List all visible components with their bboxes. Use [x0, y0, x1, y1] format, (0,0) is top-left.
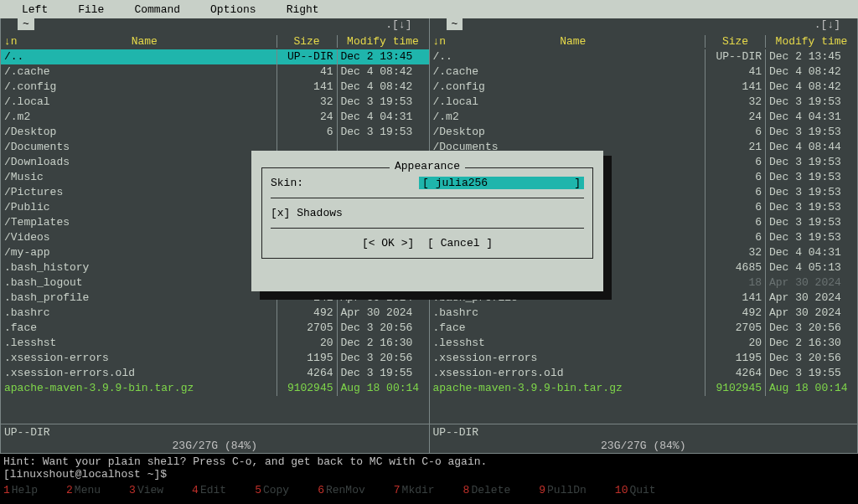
fkey-label: Quit [628, 484, 655, 496]
file-name: .xsession-errors [430, 351, 706, 366]
file-row[interactable]: .face2705Dec 3 20:56 [430, 321, 858, 336]
file-row[interactable]: apache-maven-3.9.9-bin.tar.gz9102945Aug … [1, 381, 429, 396]
file-mtime: Apr 30 2024 [337, 306, 429, 321]
menu-right[interactable]: Right [271, 2, 334, 18]
column-header-left: ↓n Name Size Modify time [1, 33, 429, 49]
col-sort-n[interactable]: ↓n [1, 35, 13, 48]
file-name: .bashrc [1, 306, 277, 321]
file-row[interactable]: .face2705Dec 3 20:56 [1, 321, 429, 336]
panel-left-path[interactable]: ~ [18, 18, 34, 30]
file-row[interactable]: /.m224Dec 4 04:31 [1, 110, 429, 125]
file-size: 4264 [705, 366, 765, 381]
file-row[interactable]: /.local32Dec 3 19:53 [430, 95, 858, 110]
file-size: 9102945 [705, 381, 765, 396]
file-name: /Templates [1, 215, 277, 230]
file-row[interactable]: /.cache41Dec 4 08:42 [430, 64, 858, 80]
file-name: /Desktop [430, 125, 706, 140]
file-row[interactable]: .xsession-errors.old4264Dec 3 19:55 [1, 366, 429, 381]
col-name[interactable]: Name [13, 35, 277, 48]
shell-prompt[interactable]: [linuxshout@localhost ~]$ [3, 468, 167, 481]
file-row[interactable]: .bashrc492Apr 30 2024 [430, 306, 858, 321]
file-row[interactable]: .lesshst20Dec 2 16:30 [1, 336, 429, 351]
fkey-help[interactable]: 1Help [0, 484, 38, 496]
file-row[interactable]: .xsession-errors.old4264Dec 3 19:55 [430, 366, 858, 381]
cancel-button[interactable]: [ Cancel ] [424, 237, 496, 249]
fkey-number: 10 [612, 484, 628, 496]
file-size: 141 [705, 291, 765, 306]
fkey-quit[interactable]: 10Quit [612, 484, 656, 496]
file-name: /.cache [1, 64, 277, 80]
file-row[interactable]: .lesshst20Dec 2 16:30 [430, 336, 858, 351]
file-name: .lesshst [430, 336, 706, 351]
file-name: .xsession-errors [1, 351, 277, 366]
file-size: 141 [277, 80, 337, 95]
ok-button[interactable]: [< OK >] [359, 237, 417, 249]
col-size[interactable]: Size [277, 35, 337, 48]
fkey-mkdir[interactable]: 7Mkdir [390, 484, 435, 496]
file-row[interactable]: .xsession-errors1195Dec 3 20:56 [1, 351, 429, 366]
menu-options[interactable]: Options [195, 2, 271, 18]
fkey-renmov[interactable]: 6RenMov [314, 484, 365, 496]
fkey-delete[interactable]: 8Delete [460, 484, 511, 496]
file-mtime: Dec 3 20:56 [337, 321, 429, 336]
file-size: 141 [705, 80, 765, 95]
file-row[interactable]: /Desktop6Dec 3 19:53 [1, 125, 429, 140]
menu-file[interactable]: File [63, 2, 119, 18]
col-mtime[interactable]: Modify time [765, 35, 857, 48]
fkey-number: 4 [189, 484, 199, 496]
shadows-checkbox[interactable]: [x] Shadows [271, 207, 343, 219]
col-name[interactable]: Name [442, 35, 706, 48]
file-row[interactable]: /.local32Dec 3 19:53 [1, 95, 429, 110]
function-keys: 1Help2Menu3View4Edit5Copy6RenMov7Mkdir8D… [0, 482, 858, 497]
fkey-copy[interactable]: 5Copy [251, 484, 289, 496]
file-row[interactable]: /.m224Dec 4 04:31 [430, 110, 858, 125]
fkey-menu[interactable]: 2Menu [63, 484, 101, 496]
file-mtime: Dec 3 19:55 [765, 366, 857, 381]
fkey-label: Mkdir [401, 484, 435, 496]
col-mtime[interactable]: Modify time [337, 35, 429, 48]
disk-usage-right: 23G/27G (84%) [430, 440, 858, 452]
file-row[interactable]: /Desktop6Dec 3 19:53 [430, 125, 858, 140]
file-name: /Videos [1, 230, 277, 245]
file-size: 2705 [705, 321, 765, 336]
fkey-label: Copy [261, 484, 289, 496]
file-name: .bash_profile [1, 291, 277, 306]
col-sort-n[interactable]: ↓n [430, 35, 442, 48]
file-size: 2705 [277, 321, 337, 336]
file-mtime: Dec 4 08:42 [765, 64, 857, 80]
file-name: .bash_history [1, 260, 277, 275]
menu-left[interactable]: Left [7, 2, 63, 18]
file-name: /.cache [430, 64, 706, 80]
file-mtime: Dec 2 16:30 [337, 336, 429, 351]
fkey-pulldn[interactable]: 9PullDn [535, 484, 587, 496]
dialog-title: Appearance [390, 160, 465, 172]
fkey-view[interactable]: 3View [126, 484, 163, 496]
col-size[interactable]: Size [705, 35, 765, 48]
fkey-edit[interactable]: 4Edit [189, 484, 226, 496]
file-row[interactable]: /.config141Dec 4 08:42 [1, 80, 429, 95]
file-row[interactable]: /..UP--DIRDec 2 13:45 [1, 49, 429, 64]
file-size: 20 [277, 336, 337, 351]
file-row[interactable]: .xsession-errors1195Dec 3 20:56 [430, 351, 858, 366]
file-mtime: Apr 30 2024 [765, 291, 857, 306]
sort-indicator[interactable]: .[↓] [385, 18, 411, 31]
file-mtime: Dec 3 19:53 [765, 215, 857, 230]
file-name: .face [430, 321, 706, 336]
file-mtime: Dec 2 13:45 [337, 49, 429, 64]
file-name: /Pictures [1, 185, 277, 200]
menu-command[interactable]: Command [119, 2, 195, 18]
file-name: apache-maven-3.9.9-bin.tar.gz [1, 381, 277, 396]
skin-select[interactable]: [ julia256] [419, 177, 584, 189]
file-row[interactable]: apache-maven-3.9.9-bin.tar.gz9102945Aug … [430, 381, 858, 396]
file-mtime: Dec 4 08:42 [337, 64, 429, 80]
file-row[interactable]: /.config141Dec 4 08:42 [430, 80, 858, 95]
panel-right-path[interactable]: ~ [447, 18, 463, 30]
sort-indicator[interactable]: .[↓] [814, 18, 840, 31]
file-name: .lesshst [1, 336, 277, 351]
fkey-label: PullDn [545, 484, 587, 496]
file-mtime: Dec 3 19:53 [765, 95, 857, 110]
file-size: 6 [705, 170, 765, 185]
file-row[interactable]: .bashrc492Apr 30 2024 [1, 306, 429, 321]
file-row[interactable]: /.cache41Dec 4 08:42 [1, 64, 429, 80]
file-row[interactable]: /..UP--DIRDec 2 13:45 [430, 49, 858, 64]
